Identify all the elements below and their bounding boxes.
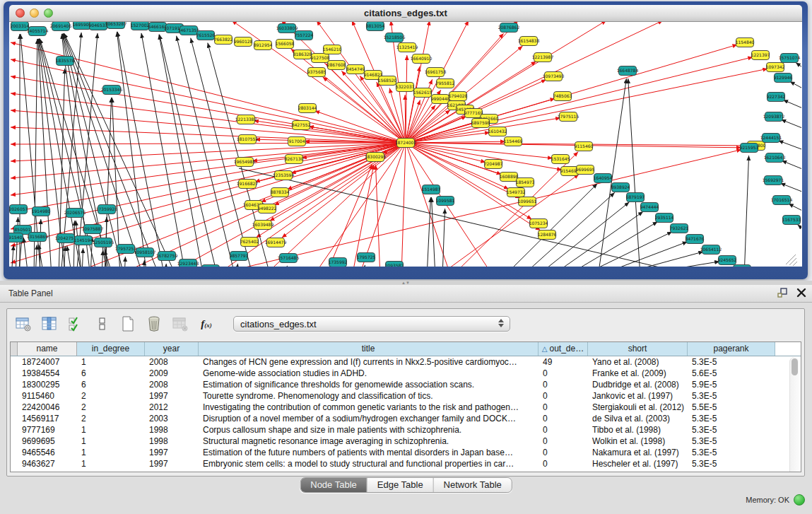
graph-node-8878334[interactable]: 8878334 [271, 188, 290, 197]
graph-node-1221397[interactable]: 1221397 [751, 51, 770, 60]
cell-title[interactable]: Estimation of the future numbers of pati… [199, 447, 539, 458]
cell-year[interactable]: 1997 [145, 390, 199, 402]
graph-node-8454749[interactable]: 8454749 [346, 65, 365, 74]
graph-node-9115460[interactable]: 9115460 [575, 142, 594, 151]
cell-short[interactable]: Yano et al. (2008) [588, 356, 688, 368]
graph-node-16648784[interactable]: 16648784 [617, 66, 639, 76]
table-row[interactable]: 911546021997Tourette syndrome. Phenomeno… [11, 390, 801, 402]
graph-node-15751074[interactable]: 15751074 [779, 54, 801, 63]
graph-node-1568520[interactable]: 1568520 [378, 76, 397, 86]
graph-node-1562615[interactable]: 1562615 [413, 88, 433, 98]
cell-name[interactable]: 9463627 [18, 458, 77, 469]
cell-gutter[interactable] [11, 424, 18, 436]
resize-grip-icon[interactable] [786, 255, 797, 266]
cell-year[interactable]: 2012 [145, 402, 199, 413]
table-row[interactable]: 977716911998Corpus callosum shape and si… [11, 424, 801, 436]
cell-in_degree[interactable]: 1 [77, 458, 145, 469]
table-row[interactable]: 1872400712008Changes of HCN gene express… [11, 356, 801, 368]
graph-node-2867608[interactable]: 2867608 [327, 61, 346, 70]
graph-node-1167533[interactable]: 1167533 [782, 216, 801, 225]
graph-node-16210643[interactable]: 16210643 [764, 153, 786, 163]
graph-node-1531645[interactable]: 1531645 [551, 155, 570, 164]
graph-node-9375685[interactable]: 9375685 [307, 68, 326, 77]
cell-short[interactable]: Dudbridge et al. (2008) [588, 379, 688, 390]
graph-node-20206576[interactable]: 20206576 [64, 209, 86, 218]
graph-node-1284876[interactable]: 1284876 [538, 230, 557, 240]
graph-node-7615526[interactable]: 7615526 [196, 31, 216, 40]
graph-node-9227342[interactable]: 9227342 [767, 93, 786, 102]
new-column-icon[interactable] [119, 315, 137, 333]
cell-short[interactable]: de Silva et al. (2003) [588, 413, 688, 424]
graph-node-7204987[interactable]: 7204987 [484, 160, 503, 169]
graph-node-9301215[interactable]: 9301215 [733, 265, 752, 267]
graph-node-9960128[interactable]: 9960128 [234, 37, 253, 47]
graph-node-16039489[interactable]: 16039489 [252, 221, 274, 230]
cell-gutter[interactable] [11, 447, 18, 458]
cell-title[interactable]: Estimation of significance thresholds fo… [199, 379, 539, 390]
table-row[interactable]: 1456911722003Disruption of a novel membe… [11, 413, 801, 424]
cell-short[interactable]: Franke et al. (2009) [588, 368, 688, 379]
graph-node-17016514[interactable]: 17016514 [771, 196, 793, 205]
row-height-icon[interactable] [93, 315, 111, 333]
graph-node-6879197[interactable]: 6879197 [626, 193, 645, 202]
table-row[interactable]: 946362711997Embryonic stem cells: a mode… [11, 458, 801, 469]
scrollbar-thumb[interactable] [792, 358, 798, 375]
cell-in_degree[interactable]: 6 [77, 368, 145, 379]
cell-out_degree[interactable]: 0 [539, 390, 588, 402]
cell-out_degree[interactable]: 0 [539, 436, 588, 447]
table-row[interactable]: 969969511998Structural magnetic resonanc… [11, 436, 801, 447]
graph-node-8267130[interactable]: 8267130 [285, 155, 304, 164]
cell-out_degree[interactable]: 0 [539, 413, 588, 424]
graph-node-8938924[interactable]: 8938924 [611, 183, 630, 192]
graph-node-8186328[interactable]: 8186328 [293, 50, 312, 59]
cell-year[interactable]: 1997 [145, 458, 199, 469]
cell-short[interactable]: Jankovic et al. (1997) [588, 390, 688, 402]
graph-node-1075234[interactable]: 1075234 [529, 219, 548, 228]
graph-node-18107552[interactable]: 18107552 [237, 135, 259, 144]
graph-node-19166827[interactable]: 19166827 [237, 180, 259, 189]
graph-node-7485063[interactable]: 7485063 [553, 92, 572, 101]
cell-name[interactable]: 14569117 [18, 413, 77, 424]
table-panel-titlebar[interactable]: Table Panel [0, 285, 812, 303]
graph-node-9127508[interactable]: 9127508 [311, 54, 330, 63]
cell-pagerank[interactable]: 5.3E-5 [688, 413, 775, 424]
cell-gutter[interactable] [11, 402, 18, 413]
graph-node-7557224[interactable]: 7557224 [295, 31, 314, 40]
cell-pagerank[interactable]: 5.3E-5 [688, 458, 775, 469]
cell-name[interactable]: 9465546 [18, 447, 77, 458]
graph-node-12444151[interactable]: 12444151 [760, 134, 782, 143]
column-header-title[interactable]: title [199, 342, 539, 356]
graph-node-5322037[interactable]: 5322037 [396, 83, 415, 92]
cell-out_degree[interactable]: 0 [539, 379, 588, 390]
cell-title[interactable]: Corpus callosum shape and size in male p… [199, 424, 539, 436]
network-canvas[interactable]: 2003314140557142069140616959009046533106… [9, 22, 802, 267]
cell-in_degree[interactable]: 2 [77, 413, 145, 424]
graph-node-1610432[interactable]: 1610432 [488, 127, 507, 136]
cell-short[interactable]: Tibbo et al. (1998) [588, 424, 688, 436]
graph-node-1154840[interactable]: 1154840 [736, 38, 755, 47]
cell-out_degree[interactable]: 0 [539, 368, 588, 379]
graph-node-20876862[interactable]: 20876862 [498, 23, 520, 33]
graph-node-1514987[interactable]: 1514987 [422, 185, 441, 194]
graph-node-1154469[interactable]: 1154469 [504, 137, 523, 146]
cell-in_degree[interactable]: 1 [77, 447, 145, 458]
tab-node-table[interactable]: Node Table [300, 478, 367, 492]
graph-node-1735992[interactable]: 1735992 [329, 258, 348, 267]
vertical-scrollbar[interactable] [789, 357, 799, 472]
function-builder-icon[interactable]: f(x) [197, 315, 216, 333]
cell-pagerank[interactable]: 5.6E-5 [688, 368, 775, 379]
graph-node-16640910[interactable]: 16640910 [411, 54, 433, 64]
graph-node-1099581[interactable]: 1099581 [436, 197, 455, 206]
table-row[interactable]: 2242004622012Investigating the contribut… [11, 402, 801, 413]
graph-node-1097342[interactable]: 1097342 [766, 63, 785, 72]
graph-node-6897598[interactable]: 6897598 [471, 119, 490, 128]
cell-out_degree[interactable]: 0 [539, 447, 588, 458]
cell-pagerank[interactable]: 5.9E-5 [688, 379, 775, 390]
cell-gutter[interactable] [11, 458, 18, 469]
graph-node-10653287[interactable]: 10653287 [105, 22, 127, 29]
graph-node-10973493[interactable]: 10973493 [543, 72, 565, 81]
graph-node-917004[interactable]: 917004 [288, 137, 306, 146]
cell-out_degree[interactable]: 49 [539, 356, 588, 368]
graph-node-1640954[interactable]: 1640954 [594, 174, 613, 183]
cell-pagerank[interactable]: 5.3E-5 [688, 390, 775, 402]
